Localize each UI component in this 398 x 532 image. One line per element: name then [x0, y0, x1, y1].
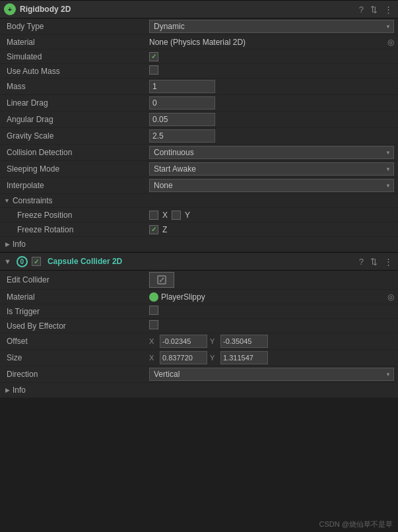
- capsule-menu-btn[interactable]: ⋮: [383, 257, 394, 267]
- freeze-position-label: Freeze Position: [4, 211, 149, 220]
- direction-dropdown[interactable]: Vertical: [149, 368, 394, 381]
- offset-y-input[interactable]: [220, 335, 268, 348]
- collider-material-target-icon[interactable]: ◎: [387, 292, 394, 302]
- rigidbody-info-label: Info: [13, 240, 26, 249]
- size-x-input[interactable]: [160, 351, 207, 364]
- capsule-properties: Edit Collider Material PlayerSlippy: [0, 271, 398, 383]
- rigidbody-header: + Rigidbody 2D ? ⇅ ⋮: [0, 0, 398, 18]
- collision-detection-dropdown-wrapper[interactable]: Continuous: [149, 146, 394, 159]
- used-by-effector-checkbox[interactable]: [149, 320, 158, 329]
- direction-row: Direction Vertical: [0, 366, 398, 383]
- capsule-info-row[interactable]: ▶ Info: [0, 383, 398, 398]
- body-type-row: Body Type Dynamic: [0, 18, 398, 35]
- rigidbody-expand-icon[interactable]: +: [4, 3, 16, 15]
- offset-xy: X Y: [149, 335, 394, 348]
- rigidbody-help-btn[interactable]: ?: [358, 5, 365, 15]
- use-auto-mass-value: [149, 65, 394, 77]
- simulated-value: [149, 51, 394, 61]
- simulated-row: Simulated: [0, 50, 398, 64]
- sleeping-mode-dropdown-wrapper[interactable]: Start Awake: [149, 162, 394, 176]
- sleeping-mode-label: Sleeping Mode: [4, 164, 149, 174]
- used-by-effector-row: Used By Effector: [0, 319, 398, 333]
- svg-point-1: [160, 281, 161, 282]
- capsule-expand-icon[interactable]: ▼: [4, 257, 11, 265]
- watermark: CSDN @烧仙草不是草: [319, 519, 393, 529]
- capsule-collider-component: ▼ 0 Capsule Collider 2D ? ⇅ ⋮ Edit Colli…: [0, 252, 398, 398]
- direction-dropdown-wrapper[interactable]: Vertical: [149, 368, 394, 381]
- is-trigger-label: Is Trigger: [4, 307, 149, 316]
- edit-collider-label: Edit Collider: [4, 275, 149, 284]
- linear-drag-input[interactable]: [149, 96, 215, 110]
- direction-label: Direction: [4, 370, 149, 379]
- offset-x-label: X: [149, 337, 157, 345]
- freeze-pos-y-checkbox[interactable]: [172, 211, 181, 220]
- offset-y-label: Y: [210, 337, 218, 345]
- freeze-pos-x-checkbox[interactable]: [149, 211, 158, 220]
- size-x-label: X: [149, 354, 157, 362]
- size-row: Size X Y: [0, 350, 398, 366]
- used-by-effector-value: [149, 320, 394, 331]
- collider-material-value: PlayerSlippy ◎: [149, 292, 394, 302]
- capsule-info-label: Info: [13, 385, 26, 395]
- is-trigger-row: Is Trigger: [0, 304, 398, 319]
- capsule-enabled-checkbox[interactable]: [32, 257, 41, 266]
- size-value: X Y: [149, 351, 394, 364]
- rigidbody-settings-btn[interactable]: ⇅: [369, 5, 379, 15]
- collision-detection-dropdown[interactable]: Continuous: [149, 146, 394, 159]
- interpolate-label: Interpolate: [4, 181, 149, 190]
- size-xy: X Y: [149, 351, 394, 364]
- capsule-collider-title: Capsule Collider 2D: [48, 257, 354, 266]
- edit-collider-row: Edit Collider: [0, 271, 398, 290]
- constraints-section[interactable]: ▼ Constraints: [0, 194, 398, 208]
- capsule-info-triangle-icon: ▶: [5, 387, 10, 393]
- interpolate-dropdown-wrapper[interactable]: None: [149, 179, 394, 192]
- gravity-scale-label: Gravity Scale: [4, 131, 149, 141]
- material-value: None (Physics Material 2D) ◎: [149, 38, 394, 47]
- size-y-input[interactable]: [220, 351, 268, 364]
- interpolate-row: Interpolate None: [0, 178, 398, 194]
- freeze-rot-checkboxes: Z: [149, 225, 394, 234]
- use-auto-mass-label: Use Auto Mass: [4, 67, 149, 76]
- freeze-rotation-row: Freeze Rotation Z: [0, 222, 398, 237]
- material-text: None (Physics Material 2D): [149, 38, 385, 47]
- used-by-effector-label: Used By Effector: [4, 321, 149, 331]
- use-auto-mass-checkbox[interactable]: [149, 65, 158, 75]
- material-target-icon[interactable]: ◎: [387, 38, 394, 47]
- sleeping-mode-row: Sleeping Mode Start Awake: [0, 161, 398, 178]
- mass-input[interactable]: [149, 80, 215, 93]
- constraints-triangle-icon: ▼: [4, 197, 10, 204]
- body-type-dropdown[interactable]: Dynamic: [149, 20, 394, 33]
- collider-material-name: PlayerSlippy: [161, 292, 385, 302]
- collider-material-content: PlayerSlippy ◎: [149, 292, 394, 302]
- freeze-rotation-value: Z: [149, 225, 394, 234]
- sleeping-mode-dropdown[interactable]: Start Awake: [149, 162, 394, 176]
- is-trigger-checkbox[interactable]: [149, 306, 158, 315]
- gravity-scale-input[interactable]: [149, 129, 215, 143]
- material-row: Material None (Physics Material 2D) ◎: [0, 35, 398, 50]
- freeze-position-row: Freeze Position X Y: [0, 208, 398, 222]
- freeze-pos-x-label: X: [162, 211, 168, 220]
- simulated-checkbox[interactable]: [149, 52, 158, 61]
- edit-collider-icon: [156, 275, 167, 285]
- rigidbody-info-row[interactable]: ▶ Info: [0, 237, 398, 252]
- offset-label: Offset: [4, 337, 149, 346]
- info-triangle-icon: ▶: [5, 241, 10, 248]
- offset-x-input[interactable]: [160, 335, 207, 348]
- freeze-rotation-label: Freeze Rotation: [4, 225, 149, 234]
- body-type-dropdown-wrapper[interactable]: Dynamic: [149, 20, 394, 33]
- rigidbody-title: Rigidbody 2D: [20, 5, 354, 14]
- freeze-rot-z-checkbox[interactable]: [149, 225, 158, 234]
- edit-collider-value: [149, 272, 394, 288]
- interpolate-dropdown[interactable]: None: [149, 179, 394, 192]
- capsule-help-btn[interactable]: ?: [358, 257, 365, 267]
- linear-drag-value: [149, 96, 394, 110]
- linear-drag-row: Linear Drag: [0, 95, 398, 112]
- freeze-pos-checkboxes: X Y: [149, 211, 394, 220]
- material-icon: [149, 292, 158, 302]
- capsule-settings-btn[interactable]: ⇅: [369, 257, 379, 267]
- gravity-scale-row: Gravity Scale: [0, 128, 398, 145]
- rigidbody-menu-btn[interactable]: ⋮: [383, 5, 394, 15]
- linear-drag-label: Linear Drag: [4, 98, 149, 108]
- angular-drag-input[interactable]: [149, 113, 215, 126]
- edit-collider-button[interactable]: [149, 272, 174, 288]
